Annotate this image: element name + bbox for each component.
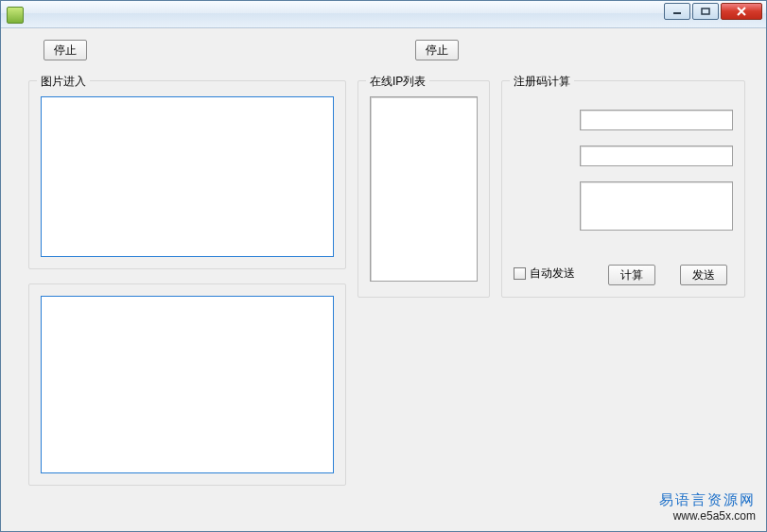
reg-output[interactable] xyxy=(580,181,733,231)
minimize-button[interactable] xyxy=(664,3,690,20)
image-output-group xyxy=(28,283,346,486)
ip-list-legend: 在线IP列表 xyxy=(366,74,429,90)
close-button[interactable] xyxy=(721,3,762,20)
stop-button-right[interactable]: 停止 xyxy=(415,40,459,60)
calculate-button[interactable]: 计算 xyxy=(608,265,655,285)
image-output-canvas[interactable] xyxy=(41,296,334,473)
svg-rect-1 xyxy=(702,9,709,14)
watermark-line2: www.e5a5x.com xyxy=(659,509,756,524)
stop-button-left[interactable]: 停止 xyxy=(44,40,87,60)
checkbox-icon xyxy=(514,267,526,280)
watermark: 易语言资源网 www.e5a5x.com xyxy=(659,491,756,524)
reg-input-2[interactable] xyxy=(580,146,733,166)
image-input-canvas[interactable] xyxy=(41,96,334,257)
reg-input-1[interactable] xyxy=(580,110,733,130)
watermark-line1: 易语言资源网 xyxy=(659,491,756,510)
reg-calc-legend: 注册码计算 xyxy=(510,74,574,90)
maximize-button[interactable] xyxy=(692,3,719,20)
image-input-legend: 图片进入 xyxy=(37,74,90,90)
ip-listbox[interactable] xyxy=(370,96,478,282)
reg-calc-group: 注册码计算 自动发送 计算 发送 xyxy=(501,80,745,298)
svg-rect-0 xyxy=(673,12,681,14)
title-bar[interactable] xyxy=(1,1,766,28)
window-controls xyxy=(664,3,762,20)
auto-send-label: 自动发送 xyxy=(530,266,575,282)
client-area: 停止 停止 图片进入 在线IP列表 注册码计算 自动发送 计算 xyxy=(2,28,765,530)
ip-list-group: 在线IP列表 xyxy=(357,80,490,298)
send-button[interactable]: 发送 xyxy=(680,265,727,285)
image-input-group: 图片进入 xyxy=(28,80,346,269)
application-window: 停止 停止 图片进入 在线IP列表 注册码计算 自动发送 计算 xyxy=(0,0,767,532)
auto-send-checkbox[interactable]: 自动发送 xyxy=(514,266,575,282)
app-icon xyxy=(7,7,24,24)
